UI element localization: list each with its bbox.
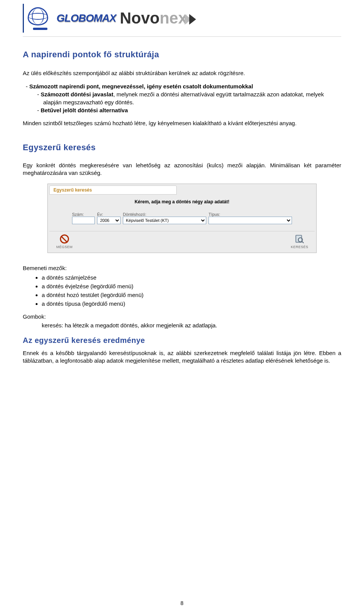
svg-line-2: [302, 242, 304, 243]
header-divider-left: [23, 4, 24, 33]
label-input-fields: Bemeneti mezők:: [23, 264, 341, 272]
list-item: a döntést hozó testület (legördülő menü): [42, 291, 341, 299]
label-buttons: Gombok:: [23, 313, 341, 321]
select-ev[interactable]: 2006: [97, 217, 121, 224]
globe-icon: [28, 7, 53, 29]
heading-search-result: Az egyszerű keresés eredménye: [23, 336, 341, 345]
para-search-intro: Egy konkrét döntés megkeresésére van leh…: [23, 162, 341, 177]
svg-point-1: [298, 238, 303, 242]
list-item: Betűvel jelölt döntési alternatíva: [43, 106, 341, 114]
select-donteshozo[interactable]: Képviselő Testület (KT): [123, 217, 206, 224]
cancel-icon: [59, 234, 70, 244]
input-szam[interactable]: [72, 217, 95, 224]
list-item: a döntés típusa (legördülő menü): [42, 300, 341, 308]
para-structure-note: Minden szintből tetszőleges számú hozhat…: [23, 119, 341, 127]
button-description: keresés: ha létezik a megadott döntés, a…: [42, 322, 341, 329]
heading-structure: A napirendi pontok fő struktúrája: [23, 50, 341, 60]
para-search-result: Ennek és a később tárgyalandó kereséstíp…: [23, 349, 341, 365]
brand-novonext: Novonex: [120, 9, 200, 27]
arrow-icon: [185, 13, 200, 25]
structure-list: Számozott napirendi pont, megnevezéssel,…: [32, 82, 341, 114]
label-tipus: Típus:: [209, 212, 292, 217]
search-button[interactable]: KERESÉS: [290, 234, 309, 249]
page-header: GLOBOMAX Novonex: [23, 4, 341, 37]
brand-globomax: GLOBOMAX: [56, 12, 116, 24]
label-donteshozo: Döntéshozó:: [123, 212, 206, 217]
input-fields-list: a döntés számjelzése a döntés évjelzése …: [42, 273, 341, 308]
search-panel-title: Egyszerű keresés: [49, 185, 177, 195]
label-szam: Szám:: [72, 212, 95, 217]
list-item: Számozott napirendi pont, megnevezéssel,…: [32, 82, 341, 114]
cancel-button[interactable]: MÉGSEM: [55, 234, 74, 249]
select-tipus[interactable]: [209, 217, 292, 224]
search-icon: [294, 234, 305, 244]
page-number: 8: [0, 600, 364, 606]
search-panel: Egyszerű keresés Kérem, adja meg a dönté…: [47, 184, 317, 253]
list-item: Számozott döntési javaslat, melynek mező…: [43, 90, 341, 106]
para-structure-intro: Az ülés előkészítés szempontjából az alá…: [23, 69, 341, 77]
search-instruction: Kérem, adja meg a döntés négy alap adatá…: [49, 199, 315, 204]
label-ev: Év:: [97, 212, 121, 217]
list-item: a döntés számjelzése: [42, 273, 341, 281]
heading-simple-search: Egyszerű keresés: [23, 143, 341, 152]
list-item: a döntés évjelzése (legördülő menü): [42, 282, 341, 290]
